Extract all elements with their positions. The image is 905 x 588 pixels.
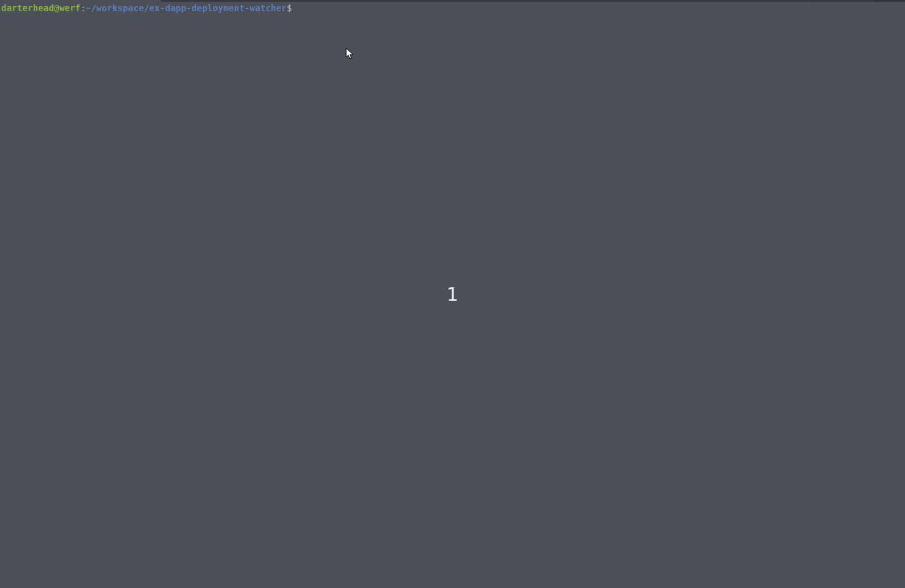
terminal-tab-3[interactable]: [326, 0, 488, 2]
command-input[interactable]: [297, 2, 665, 14]
terminal-tab-4[interactable]: [488, 0, 651, 2]
prompt-separator: :: [80, 3, 86, 13]
prompt-symbol: $: [287, 3, 292, 13]
terminal-tab-1[interactable]: [0, 0, 162, 2]
prompt-user-host: darterhead@werf: [1, 3, 80, 13]
terminal-tab-2[interactable]: [162, 0, 326, 2]
prompt-line: darterhead@werf:~/workspace/ex-dapp-depl…: [1, 2, 905, 14]
tab-strip: [0, 0, 905, 2]
prompt-path: ~/workspace/ex-dapp-deployment-watcher: [86, 3, 287, 13]
terminal-tab-5[interactable]: [651, 0, 814, 2]
new-tab-button[interactable]: [876, 0, 905, 2]
terminal-viewport[interactable]: darterhead@werf:~/workspace/ex-dapp-depl…: [1, 2, 905, 588]
tab-spacer: [814, 0, 876, 2]
